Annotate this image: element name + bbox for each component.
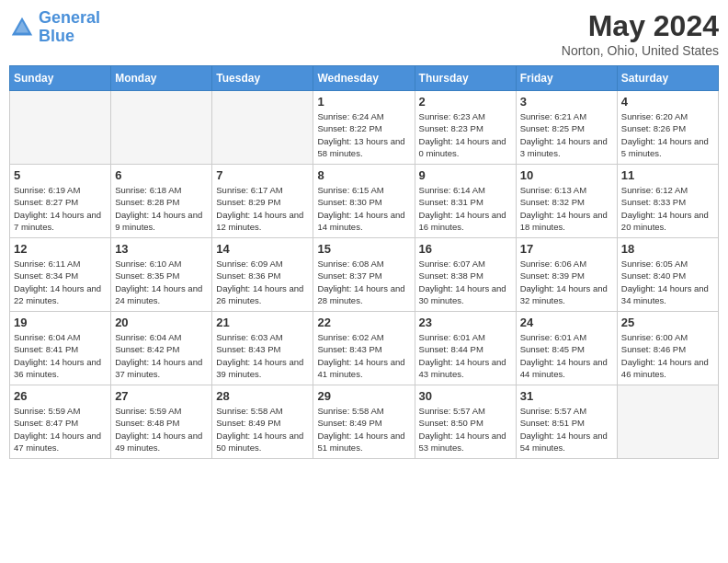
day-cell: 10Sunrise: 6:13 AMSunset: 8:32 PMDayligh…: [516, 165, 617, 238]
day-cell: 26Sunrise: 5:59 AMSunset: 8:47 PMDayligh…: [10, 385, 111, 459]
day-cell: 29Sunrise: 5:58 AMSunset: 8:49 PMDayligh…: [313, 385, 415, 459]
day-cell: 3Sunrise: 6:21 AMSunset: 8:25 PMDaylight…: [516, 91, 617, 165]
logo: General Blue: [9, 9, 100, 46]
day-number: 24: [520, 316, 613, 329]
day-cell: 12Sunrise: 6:11 AMSunset: 8:34 PMDayligh…: [10, 238, 111, 312]
page-header: General Blue May 2024 Norton, Ohio, Unit…: [9, 9, 719, 58]
day-info: Sunrise: 6:06 AMSunset: 8:39 PMDaylight:…: [520, 258, 613, 306]
day-number: 29: [317, 389, 410, 403]
day-info: Sunrise: 6:15 AMSunset: 8:30 PMDaylight:…: [317, 184, 410, 233]
day-number: 26: [14, 389, 107, 403]
week-row-5: 26Sunrise: 5:59 AMSunset: 8:47 PMDayligh…: [10, 385, 719, 459]
day-cell: [10, 91, 111, 165]
day-cell: 15Sunrise: 6:08 AMSunset: 8:37 PMDayligh…: [313, 238, 415, 312]
day-cell: 31Sunrise: 5:57 AMSunset: 8:51 PMDayligh…: [516, 385, 617, 459]
day-info: Sunrise: 6:05 AMSunset: 8:40 PMDaylight:…: [621, 258, 714, 306]
day-cell: [617, 385, 718, 459]
day-cell: 1Sunrise: 6:24 AMSunset: 8:22 PMDaylight…: [313, 91, 415, 165]
day-number: 19: [14, 316, 107, 329]
day-cell: 16Sunrise: 6:07 AMSunset: 8:38 PMDayligh…: [415, 238, 516, 312]
calendar-table: SundayMondayTuesdayWednesdayThursdayFrid…: [9, 65, 719, 459]
day-number: 30: [419, 389, 512, 403]
day-cell: 5Sunrise: 6:19 AMSunset: 8:27 PMDaylight…: [10, 165, 111, 238]
day-number: 6: [115, 168, 208, 182]
day-cell: 8Sunrise: 6:15 AMSunset: 8:30 PMDaylight…: [313, 165, 415, 238]
logo-line2: Blue: [39, 27, 74, 45]
day-number: 22: [317, 316, 410, 329]
header-tuesday: Tuesday: [212, 66, 313, 91]
day-number: 25: [621, 316, 714, 329]
day-info: Sunrise: 6:03 AMSunset: 8:43 PMDaylight:…: [216, 331, 309, 380]
day-cell: 11Sunrise: 6:12 AMSunset: 8:33 PMDayligh…: [617, 165, 718, 238]
location: Norton, Ohio, United States: [562, 43, 719, 58]
day-info: Sunrise: 5:58 AMSunset: 8:49 PMDaylight:…: [216, 405, 309, 454]
day-number: 12: [14, 242, 107, 256]
day-cell: 7Sunrise: 6:17 AMSunset: 8:29 PMDaylight…: [212, 165, 313, 238]
week-row-3: 12Sunrise: 6:11 AMSunset: 8:34 PMDayligh…: [10, 238, 719, 312]
day-number: 14: [216, 242, 309, 256]
day-info: Sunrise: 6:01 AMSunset: 8:44 PMDaylight:…: [419, 331, 512, 380]
day-info: Sunrise: 6:24 AMSunset: 8:22 PMDaylight:…: [317, 110, 410, 159]
day-info: Sunrise: 6:18 AMSunset: 8:28 PMDaylight:…: [115, 184, 208, 233]
day-cell: [111, 91, 212, 165]
day-info: Sunrise: 6:14 AMSunset: 8:31 PMDaylight:…: [419, 184, 512, 233]
logo-text: General Blue: [39, 9, 100, 46]
header-wednesday: Wednesday: [313, 66, 415, 91]
day-info: Sunrise: 6:13 AMSunset: 8:32 PMDaylight:…: [520, 184, 613, 233]
header-row: SundayMondayTuesdayWednesdayThursdayFrid…: [10, 66, 719, 91]
day-number: 8: [317, 168, 410, 182]
day-cell: 22Sunrise: 6:02 AMSunset: 8:43 PMDayligh…: [313, 312, 415, 385]
day-number: 28: [216, 389, 309, 403]
day-number: 10: [520, 168, 613, 182]
day-number: 5: [14, 168, 107, 182]
day-number: 2: [419, 95, 512, 109]
day-info: Sunrise: 6:01 AMSunset: 8:45 PMDaylight:…: [520, 331, 613, 380]
logo-icon: [9, 15, 35, 40]
day-cell: 27Sunrise: 5:59 AMSunset: 8:48 PMDayligh…: [111, 385, 212, 459]
week-row-2: 5Sunrise: 6:19 AMSunset: 8:27 PMDaylight…: [10, 165, 719, 238]
month-title: May 2024: [562, 9, 719, 43]
title-block: May 2024 Norton, Ohio, United States: [562, 9, 719, 58]
day-number: 21: [216, 316, 309, 329]
week-row-4: 19Sunrise: 6:04 AMSunset: 8:41 PMDayligh…: [10, 312, 719, 385]
logo-line1: General: [39, 8, 100, 27]
day-cell: [212, 91, 313, 165]
day-number: 4: [621, 95, 714, 109]
day-cell: 13Sunrise: 6:10 AMSunset: 8:35 PMDayligh…: [111, 238, 212, 312]
day-number: 23: [419, 316, 512, 329]
day-cell: 28Sunrise: 5:58 AMSunset: 8:49 PMDayligh…: [212, 385, 313, 459]
day-cell: 25Sunrise: 6:00 AMSunset: 8:46 PMDayligh…: [617, 312, 718, 385]
day-info: Sunrise: 6:20 AMSunset: 8:26 PMDaylight:…: [621, 110, 714, 159]
day-info: Sunrise: 6:19 AMSunset: 8:27 PMDaylight:…: [14, 184, 107, 233]
day-cell: 17Sunrise: 6:06 AMSunset: 8:39 PMDayligh…: [516, 238, 617, 312]
day-info: Sunrise: 6:23 AMSunset: 8:23 PMDaylight:…: [419, 110, 512, 159]
header-sunday: Sunday: [10, 66, 111, 91]
day-info: Sunrise: 6:00 AMSunset: 8:46 PMDaylight:…: [621, 331, 714, 380]
day-info: Sunrise: 5:59 AMSunset: 8:48 PMDaylight:…: [115, 405, 208, 454]
day-info: Sunrise: 6:08 AMSunset: 8:37 PMDaylight:…: [317, 258, 410, 306]
day-number: 7: [216, 168, 309, 182]
day-info: Sunrise: 6:10 AMSunset: 8:35 PMDaylight:…: [115, 258, 208, 306]
day-info: Sunrise: 6:12 AMSunset: 8:33 PMDaylight:…: [621, 184, 714, 233]
day-number: 16: [419, 242, 512, 256]
day-cell: 4Sunrise: 6:20 AMSunset: 8:26 PMDaylight…: [617, 91, 718, 165]
day-info: Sunrise: 6:17 AMSunset: 8:29 PMDaylight:…: [216, 184, 309, 233]
day-cell: 19Sunrise: 6:04 AMSunset: 8:41 PMDayligh…: [10, 312, 111, 385]
day-number: 3: [520, 95, 613, 109]
day-info: Sunrise: 6:09 AMSunset: 8:36 PMDaylight:…: [216, 258, 309, 306]
day-number: 1: [317, 95, 410, 109]
day-cell: 20Sunrise: 6:04 AMSunset: 8:42 PMDayligh…: [111, 312, 212, 385]
day-info: Sunrise: 6:21 AMSunset: 8:25 PMDaylight:…: [520, 110, 613, 159]
day-info: Sunrise: 6:07 AMSunset: 8:38 PMDaylight:…: [419, 258, 512, 306]
day-cell: 24Sunrise: 6:01 AMSunset: 8:45 PMDayligh…: [516, 312, 617, 385]
header-saturday: Saturday: [617, 66, 718, 91]
day-info: Sunrise: 6:04 AMSunset: 8:42 PMDaylight:…: [115, 331, 208, 380]
day-info: Sunrise: 6:02 AMSunset: 8:43 PMDaylight:…: [317, 331, 410, 380]
day-cell: 18Sunrise: 6:05 AMSunset: 8:40 PMDayligh…: [617, 238, 718, 312]
day-cell: 2Sunrise: 6:23 AMSunset: 8:23 PMDaylight…: [415, 91, 516, 165]
day-info: Sunrise: 5:57 AMSunset: 8:51 PMDaylight:…: [520, 405, 613, 454]
day-cell: 6Sunrise: 6:18 AMSunset: 8:28 PMDaylight…: [111, 165, 212, 238]
day-info: Sunrise: 5:57 AMSunset: 8:50 PMDaylight:…: [419, 405, 512, 454]
day-cell: 30Sunrise: 5:57 AMSunset: 8:50 PMDayligh…: [415, 385, 516, 459]
header-monday: Monday: [111, 66, 212, 91]
